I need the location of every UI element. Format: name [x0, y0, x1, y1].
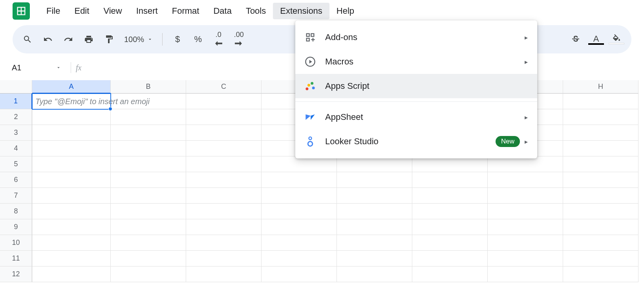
macros-menu-item[interactable]: Macros ▸	[295, 50, 537, 74]
cell[interactable]	[111, 204, 186, 219]
menu-edit[interactable]: Edit	[67, 3, 96, 19]
row-header-1[interactable]: 1	[0, 94, 32, 109]
row-header-10[interactable]: 10	[0, 235, 32, 251]
cell[interactable]	[563, 156, 639, 172]
search-button[interactable]	[19, 31, 36, 48]
cell[interactable]	[186, 172, 262, 188]
cell[interactable]	[563, 204, 639, 219]
col-header-B[interactable]: B	[111, 80, 186, 94]
cell[interactable]: Type "@Emoji" to insert an emoji	[32, 94, 111, 109]
cell[interactable]	[337, 156, 412, 172]
menu-file[interactable]: File	[39, 3, 67, 19]
cell[interactable]	[32, 141, 111, 156]
percent-button[interactable]: %	[189, 31, 207, 48]
apps-script-menu-item[interactable]: Apps Script	[295, 74, 537, 98]
cell[interactable]	[563, 219, 639, 235]
cell[interactable]	[412, 172, 488, 188]
looker-menu-item[interactable]: Looker Studio New ▸	[295, 129, 537, 154]
cell[interactable]	[412, 219, 488, 235]
cell[interactable]	[186, 125, 262, 141]
menu-data[interactable]: Data	[206, 3, 238, 19]
select-all-corner[interactable]	[0, 80, 32, 94]
cell[interactable]	[262, 172, 337, 188]
strikethrough-button[interactable]	[567, 31, 584, 48]
cell[interactable]	[337, 188, 412, 204]
cell[interactable]	[337, 204, 412, 219]
currency-button[interactable]: $	[169, 31, 186, 48]
cell[interactable]	[337, 266, 412, 282]
cell[interactable]	[337, 219, 412, 235]
cell[interactable]	[412, 266, 488, 282]
cell[interactable]	[563, 188, 639, 204]
cell[interactable]	[488, 219, 563, 235]
namebox[interactable]: A1	[7, 60, 66, 75]
cell[interactable]	[262, 235, 337, 251]
cell[interactable]	[563, 125, 639, 141]
cell[interactable]	[186, 266, 262, 282]
cell[interactable]	[412, 156, 488, 172]
cell[interactable]	[563, 172, 639, 188]
increase-decimals-button[interactable]: .00	[230, 31, 247, 48]
zoom-select[interactable]: 100%	[121, 35, 156, 44]
cell[interactable]	[337, 251, 412, 266]
cell[interactable]	[186, 156, 262, 172]
cell[interactable]	[488, 235, 563, 251]
row-header-8[interactable]: 8	[0, 204, 32, 219]
cell[interactable]	[488, 172, 563, 188]
cell[interactable]	[32, 125, 111, 141]
cell[interactable]	[337, 235, 412, 251]
cell[interactable]	[563, 251, 639, 266]
cell[interactable]	[111, 109, 186, 125]
cell[interactable]	[111, 188, 186, 204]
cell[interactable]	[186, 188, 262, 204]
addons-menu-item[interactable]: Add-ons ▸	[295, 25, 537, 50]
cell[interactable]	[32, 235, 111, 251]
col-header-C[interactable]: C	[186, 80, 262, 94]
cell[interactable]	[32, 266, 111, 282]
undo-button[interactable]	[39, 31, 57, 48]
paint-format-button[interactable]	[101, 31, 118, 48]
cell[interactable]	[186, 251, 262, 266]
cell[interactable]	[262, 219, 337, 235]
cell[interactable]	[186, 109, 262, 125]
cell[interactable]	[32, 204, 111, 219]
cell[interactable]	[262, 266, 337, 282]
row-header-5[interactable]: 5	[0, 156, 32, 172]
cell[interactable]	[186, 141, 262, 156]
row-header-4[interactable]: 4	[0, 141, 32, 156]
cell[interactable]	[412, 204, 488, 219]
cell[interactable]	[412, 251, 488, 266]
text-color-button[interactable]: A	[587, 31, 605, 48]
row-header-2[interactable]: 2	[0, 109, 32, 125]
fill-color-button[interactable]	[608, 31, 625, 48]
row-header-11[interactable]: 11	[0, 251, 32, 266]
cell[interactable]	[262, 251, 337, 266]
appsheet-menu-item[interactable]: AppSheet ▸	[295, 105, 537, 129]
cell[interactable]	[111, 94, 186, 109]
cell[interactable]	[111, 219, 186, 235]
row-header-3[interactable]: 3	[0, 125, 32, 141]
fill-handle[interactable]	[108, 107, 112, 111]
cell[interactable]	[488, 266, 563, 282]
cell[interactable]	[488, 156, 563, 172]
print-button[interactable]	[80, 31, 97, 48]
redo-button[interactable]	[60, 31, 77, 48]
cell[interactable]	[262, 156, 337, 172]
cell[interactable]	[488, 204, 563, 219]
cell[interactable]	[111, 156, 186, 172]
col-header-A[interactable]: A	[32, 80, 111, 94]
cell[interactable]	[337, 172, 412, 188]
cell[interactable]	[563, 266, 639, 282]
cell[interactable]	[563, 141, 639, 156]
cell[interactable]	[488, 188, 563, 204]
cell[interactable]	[186, 235, 262, 251]
row-header-9[interactable]: 9	[0, 219, 32, 235]
cell[interactable]	[262, 204, 337, 219]
cell[interactable]	[412, 235, 488, 251]
cell[interactable]	[111, 266, 186, 282]
menu-insert[interactable]: Insert	[129, 3, 165, 19]
menu-extensions[interactable]: Extensions	[273, 3, 329, 19]
row-header-7[interactable]: 7	[0, 188, 32, 204]
cell[interactable]	[262, 188, 337, 204]
cell[interactable]	[563, 94, 639, 109]
